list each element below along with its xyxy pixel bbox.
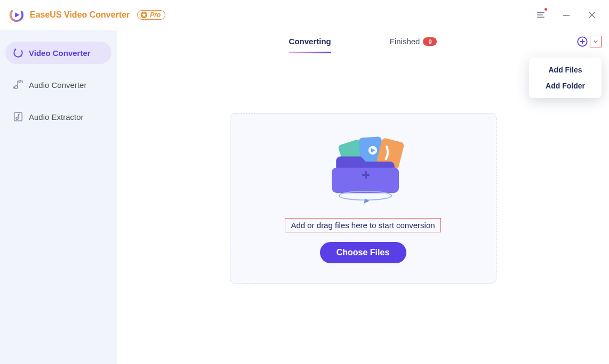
tab-label: Converting	[289, 37, 331, 46]
star-icon	[140, 11, 148, 19]
tab-underline-icon	[289, 52, 331, 53]
sidebar-item-audio-extractor[interactable]: Audio Extractor	[5, 106, 111, 128]
svg-rect-6	[537, 17, 544, 18]
tab-converting[interactable]: Converting	[289, 30, 331, 53]
svg-point-10	[13, 47, 23, 58]
svg-rect-4	[537, 12, 544, 13]
dropdown-item-add-files[interactable]: Add Files	[529, 62, 602, 78]
count-badge: 0	[423, 37, 437, 46]
app-logo-group: EaseUS Video Converter Pro	[9, 7, 165, 23]
sidebar-item-label: Audio Extractor	[29, 112, 84, 122]
choose-files-button[interactable]: Choose Files	[320, 242, 406, 263]
tabs-row: Converting Finished 0	[117, 30, 609, 53]
svg-rect-25	[365, 171, 367, 179]
pro-label: Pro	[150, 11, 161, 19]
video-converter-icon	[13, 47, 23, 58]
sidebar: Video Converter Audio Converter	[0, 30, 117, 364]
window-controls	[535, 10, 597, 20]
add-dropdown-toggle[interactable]	[590, 36, 602, 47]
notification-dot-icon	[544, 8, 547, 11]
add-dropdown-menu: Add Files Add Folder	[529, 58, 602, 98]
add-button[interactable]	[576, 35, 589, 48]
dropzone-container: Add or drag files here to start conversi…	[117, 53, 609, 364]
svg-marker-1	[15, 12, 19, 17]
menu-button[interactable]	[535, 10, 546, 20]
close-button[interactable]	[587, 10, 597, 20]
svg-rect-5	[537, 14, 543, 15]
dropdown-item-add-folder[interactable]: Add Folder	[529, 78, 602, 94]
sidebar-item-video-converter[interactable]: Video Converter	[5, 42, 111, 64]
titlebar: EaseUS Video Converter Pro	[0, 0, 609, 30]
svg-rect-7	[563, 15, 570, 16]
dropzone[interactable]: Add or drag files here to start conversi…	[230, 113, 496, 284]
tab-label: Finished	[390, 37, 420, 46]
svg-marker-27	[364, 199, 369, 204]
sidebar-item-label: Audio Converter	[29, 80, 86, 90]
sidebar-item-label: Video Converter	[29, 48, 91, 58]
pro-badge: Pro	[137, 10, 165, 20]
audio-converter-icon	[13, 79, 23, 90]
minimize-button[interactable]	[561, 10, 572, 20]
sidebar-item-audio-converter[interactable]: Audio Converter	[5, 74, 111, 96]
app-title: EaseUS Video Converter	[30, 10, 130, 20]
audio-extractor-icon	[13, 111, 23, 122]
app-logo-icon	[9, 7, 25, 23]
main-panel: Converting Finished 0	[117, 30, 609, 364]
add-controls	[576, 35, 602, 48]
tab-finished[interactable]: Finished 0	[390, 30, 437, 53]
folder-illustration-icon	[315, 134, 411, 208]
dropzone-text: Add or drag files here to start conversi…	[285, 218, 440, 232]
